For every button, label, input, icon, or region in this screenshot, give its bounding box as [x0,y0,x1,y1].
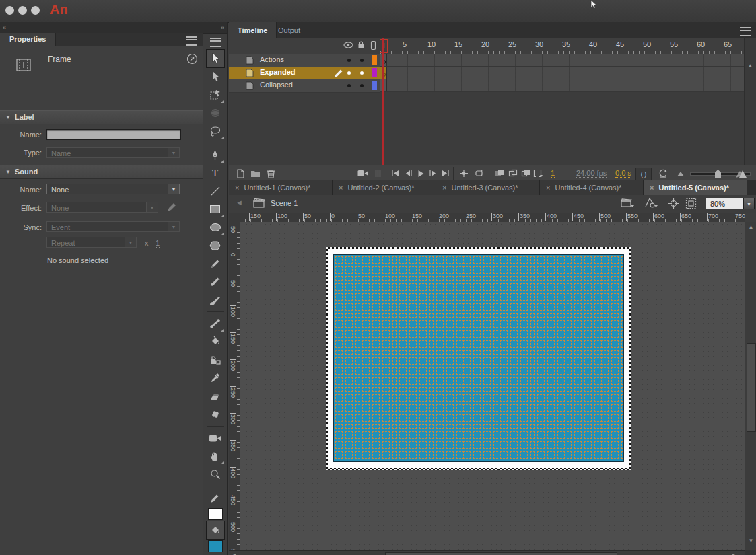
new-layer-button[interactable] [234,168,246,179]
edit-sound-envelope-icon[interactable] [166,202,177,214]
layer-name[interactable]: Expanded [260,68,296,76]
layer-row-expanded[interactable]: Expanded [229,67,380,80]
paint-brush-tool[interactable] [207,273,224,291]
tools-menu-icon[interactable] [210,38,221,47]
show-hide-all-layers-icon[interactable] [343,41,353,50]
vertical-scrollbar-thumb[interactable] [747,343,756,432]
pen-tool[interactable] [207,146,224,163]
selection-tool[interactable] [207,50,224,67]
close-window-button[interactable] [5,6,14,15]
ink-bottle-tool[interactable] [207,351,224,369]
new-folder-button[interactable] [249,168,261,179]
hand-tool[interactable] [207,447,224,465]
sound-sync-dropdown[interactable]: Event▼ [46,221,180,232]
bone-tool[interactable] [207,315,224,332]
section-header-sound[interactable]: ▼Sound [0,165,208,179]
scroll-left-icon[interactable]: ◀ [232,552,236,555]
go-to-last-frame-button[interactable] [440,168,452,179]
timeline-menu-icon[interactable] [740,27,751,36]
layer-row-collapsed[interactable]: Collapsed [229,79,380,93]
layer-name[interactable]: Actions [260,55,284,63]
add-camera-button[interactable] [357,168,369,179]
document-tab-untitled-1[interactable]: ×Untitled-1 (Canvas)* [229,180,333,195]
layer-lock-dot[interactable] [360,71,364,75]
classic-brush-tool[interactable] [207,291,224,309]
keyframe-cell[interactable] [380,79,387,91]
keyframe-cell[interactable] [380,67,387,79]
timeline-scrollbar[interactable]: ▲ [744,38,756,165]
tab-output[interactable]: Output [269,22,309,38]
minimize-window-button[interactable] [18,6,27,15]
layer-outline-color-swatch[interactable] [372,68,377,77]
scene-name[interactable]: Scene 1 [271,199,298,207]
timeline-zoom-slider-thumb[interactable] [715,170,721,178]
scroll-right-icon[interactable]: ▶ [732,552,736,555]
close-tab-icon[interactable]: × [546,184,550,192]
layer-row-actions[interactable]: Actions [229,54,380,67]
panel-menu-icon[interactable] [186,36,197,46]
onion-skin-button[interactable] [493,168,506,179]
frame-number-ruler[interactable]: 5101520253035404550556065 [380,38,744,54]
camera-tool[interactable] [207,429,224,447]
play-button[interactable] [415,168,427,179]
stroke-color-pencil[interactable] [207,489,224,507]
center-frame-button[interactable] [458,168,470,179]
repeat-count-value[interactable]: 1 [156,239,160,248]
layer-frames-expanded[interactable] [380,67,744,79]
free-transform-tool[interactable] [207,86,224,104]
pasteboard[interactable] [240,222,745,550]
back-arrow-icon[interactable]: ◄ [236,198,243,207]
step-back-button[interactable] [403,168,415,179]
layer-visibility-dot[interactable] [347,84,351,87]
stage-zoom-value[interactable]: 80% [706,198,743,209]
show-parenting-view-icon[interactable] [372,168,384,179]
sound-repeat-dropdown[interactable]: Repeat▼ [46,237,137,248]
eyedropper-tool[interactable] [207,369,224,387]
close-tab-icon[interactable]: × [442,184,446,192]
timeline-zoom-out-icon[interactable] [675,168,687,179]
close-tab-icon[interactable]: × [339,184,343,192]
asset-warp-tool[interactable] [207,406,224,423]
zoom-window-button[interactable] [31,6,40,15]
section-header-label[interactable]: ▼Label [0,110,208,124]
pencil-tool[interactable] [207,255,224,272]
stage[interactable] [328,249,629,468]
edit-symbols-button[interactable] [644,197,660,211]
lasso-tool[interactable] [207,122,224,140]
text-tool[interactable]: T [207,164,224,182]
scroll-down-icon[interactable]: ▼ [745,538,756,544]
zoom-tool[interactable] [207,466,224,483]
clip-content-button[interactable] [685,198,697,211]
layer-lock-dot[interactable] [360,59,364,62]
horizontal-scrollbar-thumb[interactable] [385,552,617,555]
paint-bucket-tool[interactable] [207,333,224,350]
horizontal-scrollbar[interactable]: ◀ ▶ [229,550,745,555]
label-name-input[interactable] [46,129,181,140]
center-stage-button[interactable] [668,198,679,211]
tab-properties[interactable]: Properties [0,33,56,46]
polystar-tool[interactable] [207,237,224,254]
timeline-zoom-in-icon[interactable] [735,168,747,179]
layer-visibility-dot[interactable] [347,71,351,75]
stroke-color-swatch[interactable] [208,508,223,520]
layer-frames-collapsed[interactable] [380,79,744,92]
modify-markers-button[interactable] [532,168,545,179]
edit-scene-button[interactable] [621,198,635,211]
document-tab-untitled-4[interactable]: ×Untitled-4 (Canvas)* [540,180,644,195]
collapse-tools-button[interactable]: « [221,24,224,31]
elapsed-time-field[interactable]: 0.0 s [615,169,631,178]
layer-outline-color-swatch[interactable] [372,55,377,65]
document-tab-untitled-5[interactable]: ×Untitled-5 (Canvas)* [644,180,747,195]
reset-timeline-zoom-button[interactable] [657,168,669,179]
fill-color-swatch[interactable] [208,540,223,552]
collapse-panel-button[interactable]: « [3,24,5,31]
layer-frames-actions[interactable] [380,54,744,67]
scroll-up-icon[interactable]: ▲ [745,63,756,69]
stage-zoom-dropdown-button[interactable]: ▼ [743,198,755,209]
onion-skin-outlines-button[interactable] [507,168,519,179]
document-tab-untitled-3[interactable]: ×Untitled-3 (Canvas)* [436,180,540,195]
layer-outline-color-swatch[interactable] [372,81,377,90]
rectangle-tool[interactable] [207,200,224,218]
edit-multiple-frames-button[interactable] [520,168,532,179]
scroll-up-icon[interactable]: ▲ [745,224,756,230]
